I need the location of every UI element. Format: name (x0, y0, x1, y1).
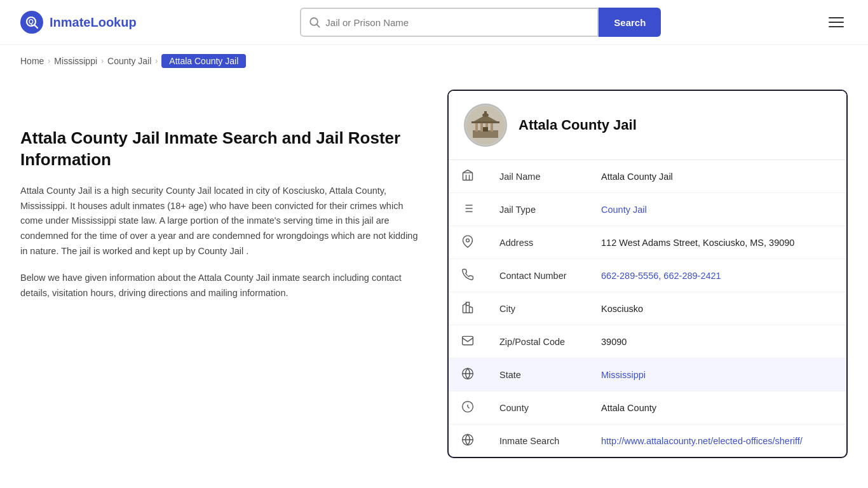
row-label: City (487, 292, 588, 325)
row-label: Jail Name (487, 160, 588, 193)
jail-info-card: Attala County Jail Jail Name Attala Coun… (447, 90, 848, 458)
table-row: Jail Name Attala County Jail (449, 160, 846, 193)
breadcrumb-mississippi[interactable]: Mississippi (54, 56, 97, 66)
card-header: Attala County Jail (449, 91, 846, 160)
value-link[interactable]: Mississippi (601, 370, 646, 380)
row-value: Attala County Jail (588, 160, 846, 193)
left-content: Attala County Jail Inmate Search and Jai… (20, 90, 427, 458)
logo-text: InmateLookup (50, 15, 137, 30)
courthouse-icon (466, 106, 505, 144)
info-table: Jail Name Attala County Jail Jail Type C… (449, 160, 846, 457)
svg-rect-8 (480, 123, 483, 132)
breadcrumb-home[interactable]: Home (20, 56, 44, 66)
menu-bar-3 (829, 26, 844, 27)
row-label: County (487, 391, 588, 424)
description-2: Below we have given information about th… (20, 271, 427, 301)
row-value: Attala County (588, 391, 846, 424)
logo-icon: Q (20, 11, 43, 34)
row-value[interactable]: Mississippi (588, 358, 846, 391)
search-button[interactable]: Search (599, 8, 661, 37)
row-label: Address (487, 226, 588, 259)
svg-rect-12 (471, 121, 499, 123)
row-label: Contact Number (487, 259, 588, 292)
breadcrumb-sep-3: › (155, 57, 158, 65)
svg-rect-13 (483, 127, 488, 132)
breadcrumb-sep-2: › (101, 57, 104, 65)
table-row: Jail Type County Jail (449, 193, 846, 226)
search-input[interactable] (325, 17, 590, 28)
row-value[interactable]: 662-289-5556, 662-289-2421 (588, 259, 846, 292)
breadcrumb-sep-1: › (48, 57, 50, 65)
jail-avatar (464, 104, 507, 147)
row-value: Kosciusko (588, 292, 846, 325)
row-icon (449, 424, 487, 458)
svg-text:Q: Q (29, 18, 34, 25)
value-link[interactable]: http://www.attalacounty.net/elected-offi… (601, 436, 803, 446)
breadcrumb: Home › Mississippi › County Jail › Attal… (0, 45, 868, 77)
value-link[interactable]: County Jail (601, 205, 647, 215)
svg-line-4 (317, 25, 320, 27)
search-area: Search (300, 8, 661, 37)
row-value: 112 West Adams Street, Kosciusko, MS, 39… (588, 226, 846, 259)
row-icon (449, 193, 487, 226)
breadcrumb-active: Attala County Jail (161, 54, 246, 68)
row-icon (449, 259, 487, 292)
value-text: Kosciusko (601, 304, 643, 314)
row-label: Zip/Postal Code (487, 325, 588, 358)
value-text: 39090 (601, 337, 627, 347)
table-row: State Mississippi (449, 358, 846, 391)
description-1: Attala County Jail is a high security Co… (20, 184, 427, 260)
row-icon (449, 160, 487, 193)
row-value[interactable]: County Jail (588, 193, 846, 226)
svg-rect-15 (484, 111, 487, 116)
search-icon (309, 17, 320, 28)
svg-point-25 (466, 239, 470, 242)
table-row: Contact Number 662-289-5556, 662-289-242… (449, 259, 846, 292)
row-icon (449, 292, 487, 325)
svg-rect-16 (463, 173, 473, 180)
table-row: Zip/Postal Code 39090 (449, 325, 846, 358)
menu-bar-1 (829, 17, 844, 18)
svg-rect-26 (466, 302, 470, 306)
row-icon (449, 391, 487, 424)
menu-bar-2 (829, 22, 844, 23)
table-row: Address 112 West Adams Street, Kosciusko… (449, 226, 846, 259)
row-icon (449, 325, 487, 358)
value-text: 112 West Adams Street, Kosciusko, MS, 39… (601, 238, 794, 248)
header: Q InmateLookup Search (0, 0, 868, 45)
breadcrumb-county-jail[interactable]: County Jail (107, 56, 151, 66)
logo-link[interactable]: Q InmateLookup (20, 11, 137, 34)
row-icon (449, 226, 487, 259)
row-value: 39090 (588, 325, 846, 358)
value-link[interactable]: 662-289-5556, 662-289-2421 (601, 271, 721, 281)
row-label: Inmate Search (487, 424, 588, 458)
svg-rect-7 (475, 123, 478, 132)
main-container: Attala County Jail Inmate Search and Jai… (0, 77, 868, 484)
svg-line-1 (35, 25, 38, 29)
page-title: Attala County Jail Inmate Search and Jai… (20, 128, 427, 171)
svg-rect-10 (491, 123, 493, 132)
value-text: Attala County (601, 403, 656, 413)
row-label: State (487, 358, 588, 391)
table-row: Inmate Search http://www.attalacounty.ne… (449, 424, 846, 458)
search-input-wrapper (300, 8, 599, 37)
table-row: County Attala County (449, 391, 846, 424)
value-text: Attala County Jail (601, 172, 673, 182)
row-value[interactable]: http://www.attalacounty.net/elected-offi… (588, 424, 846, 458)
row-icon (449, 358, 487, 391)
table-row: City Kosciusko (449, 292, 846, 325)
row-label: Jail Type (487, 193, 588, 226)
menu-button[interactable] (825, 13, 848, 31)
svg-rect-28 (463, 336, 473, 344)
card-title: Attala County Jail (519, 117, 637, 133)
